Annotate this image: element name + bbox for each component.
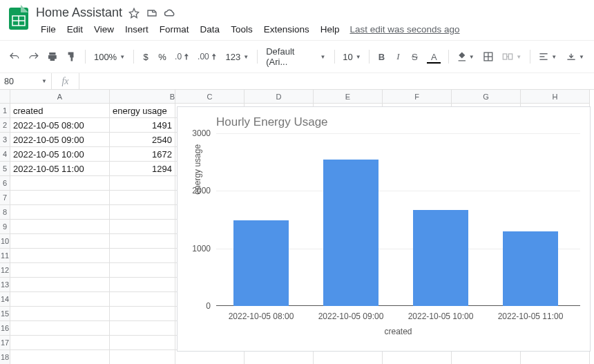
row-header-12[interactable]: 12 — [0, 263, 10, 278]
italic-button[interactable]: I — [390, 48, 405, 65]
cell-A4[interactable]: 2022-10-05 10:00 — [10, 147, 110, 162]
app-logo[interactable] — [6, 4, 32, 30]
cell-E18[interactable] — [314, 350, 383, 364]
print-icon[interactable] — [44, 48, 61, 65]
chart[interactable]: Hourly Energy Usage energy usage 0100020… — [177, 106, 591, 352]
cell-B11[interactable] — [110, 249, 175, 263]
row-header-17[interactable]: 17 — [0, 336, 10, 350]
last-edit-link[interactable]: Last edit was seconds ago — [349, 24, 459, 35]
row-header-6[interactable]: 6 — [0, 176, 10, 191]
menu-file[interactable]: File — [36, 21, 61, 37]
increase-decimal[interactable]: .00 — [194, 49, 220, 64]
row-header-13[interactable]: 13 — [0, 278, 10, 292]
cell-B7[interactable] — [110, 191, 175, 205]
row-header-8[interactable]: 8 — [0, 205, 10, 220]
cell-A18[interactable] — [10, 350, 110, 364]
cell-A10[interactable] — [10, 234, 110, 249]
cell-B17[interactable] — [110, 336, 175, 350]
cell-A8[interactable] — [10, 205, 110, 220]
row-header-15[interactable]: 15 — [0, 307, 10, 321]
row-header-2[interactable]: 2 — [0, 118, 10, 133]
cell-A3[interactable]: 2022-10-05 09:00 — [10, 133, 110, 147]
cell-A16[interactable] — [10, 321, 110, 336]
menu-help[interactable]: Help — [316, 21, 345, 37]
menu-format[interactable]: Format — [155, 21, 194, 37]
h-align-dropdown[interactable]: ▼ — [535, 50, 561, 64]
v-align-dropdown[interactable]: ▼ — [562, 50, 588, 64]
more-formats-dropdown[interactable]: 123▼ — [222, 49, 253, 65]
cell-A17[interactable] — [10, 336, 110, 350]
row-header-16[interactable]: 16 — [0, 321, 10, 336]
cell-B13[interactable] — [110, 278, 175, 292]
row-header-9[interactable]: 9 — [0, 220, 10, 234]
col-header-F[interactable]: F — [383, 90, 452, 104]
cell-B6[interactable] — [110, 176, 175, 191]
cell-B10[interactable] — [110, 234, 175, 249]
cell-A15[interactable] — [10, 307, 110, 321]
cell-A13[interactable] — [10, 278, 110, 292]
cell-C18[interactable] — [175, 350, 245, 364]
cell-B9[interactable] — [110, 220, 175, 234]
cell-B3[interactable]: 2540 — [110, 133, 175, 147]
decrease-decimal[interactable]: .0 — [171, 49, 193, 64]
doc-title[interactable]: Home Assistant — [36, 6, 122, 20]
col-header-H[interactable]: H — [521, 90, 590, 104]
menu-view[interactable]: View — [89, 21, 119, 37]
cell-B1[interactable]: energy usage — [110, 104, 175, 118]
format-currency[interactable]: $ — [138, 49, 153, 65]
row-header-10[interactable]: 10 — [0, 234, 10, 249]
cell-A11[interactable] — [10, 249, 110, 263]
menu-tools[interactable]: Tools — [226, 21, 258, 37]
cell-B5[interactable]: 1294 — [110, 162, 175, 176]
name-box[interactable]: 80▼ — [0, 73, 52, 89]
merge-dropdown[interactable]: ▼ — [498, 49, 526, 64]
col-header-C[interactable]: C — [175, 90, 245, 104]
menu-edit[interactable]: Edit — [62, 21, 88, 37]
cell-B12[interactable] — [110, 263, 175, 278]
row-header-14[interactable]: 14 — [0, 292, 10, 307]
star-icon[interactable] — [128, 7, 140, 19]
row-header-18[interactable]: 18 — [0, 350, 10, 364]
cell-A12[interactable] — [10, 263, 110, 278]
menu-insert[interactable]: Insert — [120, 21, 153, 37]
cell-F18[interactable] — [383, 350, 452, 364]
menu-extensions[interactable]: Extensions — [259, 21, 314, 37]
font-size-dropdown[interactable]: 10▼ — [339, 49, 365, 65]
format-percent[interactable]: % — [155, 49, 170, 65]
cell-B14[interactable] — [110, 292, 175, 307]
row-header-5[interactable]: 5 — [0, 162, 10, 176]
zoom-dropdown[interactable]: 100%▼ — [90, 49, 129, 65]
cell-A9[interactable] — [10, 220, 110, 234]
font-dropdown[interactable]: Default (Ari...▼ — [262, 44, 329, 70]
row-header-11[interactable]: 11 — [0, 249, 10, 263]
cell-D18[interactable] — [245, 350, 314, 364]
paint-format-icon[interactable] — [63, 48, 81, 65]
cell-A2[interactable]: 2022-10-05 08:00 — [10, 118, 110, 133]
col-header-D[interactable]: D — [245, 90, 314, 104]
fill-color-button[interactable]: ▼ — [453, 48, 477, 65]
redo-icon[interactable] — [25, 49, 43, 64]
col-header-G[interactable]: G — [452, 90, 521, 104]
cell-A7[interactable] — [10, 191, 110, 205]
col-header-B[interactable]: B — [110, 90, 175, 104]
bold-button[interactable]: B — [374, 49, 389, 65]
col-header-A[interactable]: A — [10, 90, 110, 104]
row-header-7[interactable]: 7 — [0, 191, 10, 205]
cell-A14[interactable] — [10, 292, 110, 307]
formula-input[interactable] — [79, 73, 594, 89]
cell-B15[interactable] — [110, 307, 175, 321]
cell-B18[interactable] — [110, 350, 175, 364]
move-icon[interactable] — [146, 7, 158, 19]
cell-B2[interactable]: 1491 — [110, 118, 175, 133]
borders-button[interactable] — [479, 48, 497, 65]
cell-A6[interactable] — [10, 176, 110, 191]
row-header-1[interactable]: 1 — [0, 104, 10, 118]
cell-B4[interactable]: 1672 — [110, 147, 175, 162]
cell-A5[interactable]: 2022-10-05 11:00 — [10, 162, 110, 176]
cell-A1[interactable]: created — [10, 104, 110, 118]
row-header-3[interactable]: 3 — [0, 133, 10, 147]
cell-G18[interactable] — [452, 350, 521, 364]
cloud-icon[interactable] — [164, 7, 176, 19]
row-header-4[interactable]: 4 — [0, 147, 10, 162]
col-header-E[interactable]: E — [314, 90, 383, 104]
